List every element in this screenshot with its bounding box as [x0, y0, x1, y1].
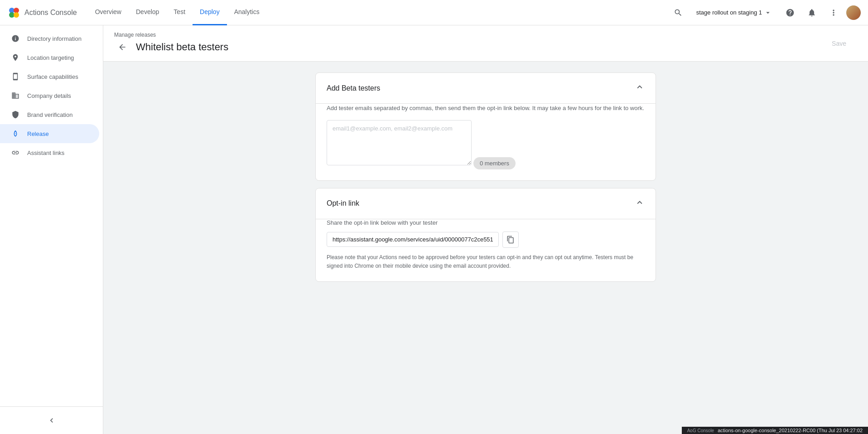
nav-test[interactable]: Test: [166, 0, 193, 25]
rocket-icon: [11, 130, 20, 138]
optin-url-input[interactable]: [327, 232, 499, 247]
sidebar-item-location-targeting[interactable]: Location targeting: [0, 48, 99, 67]
status-bar-text: actions-on-google-console_20210222-RC00 …: [718, 428, 863, 433]
search-button[interactable]: [669, 4, 687, 22]
arrow-back-icon: [118, 43, 127, 52]
copy-button[interactable]: [502, 231, 519, 248]
optin-chevron: [635, 198, 645, 210]
optin-description: Share the opt-in link below with your te…: [327, 219, 645, 226]
sidebar-label-surface-capabilities: Surface capabilities: [27, 73, 78, 80]
beta-testers-card-header[interactable]: Add Beta testers: [316, 73, 656, 103]
nav-develop[interactable]: Develop: [129, 0, 166, 25]
status-bar-logo: AoG Console: [687, 428, 714, 433]
sidebar-item-directory-information[interactable]: Directory information: [0, 29, 99, 48]
page-title: Whitelist beta testers: [136, 41, 228, 53]
info-icon: [11, 34, 20, 43]
help-icon: [786, 8, 795, 17]
sidebar-item-surface-capabilities[interactable]: Surface capabilities: [0, 67, 99, 86]
location-icon: [11, 53, 20, 62]
members-badge: 0 members: [473, 157, 516, 169]
beta-testers-body: Add tester emails separated by commas, t…: [316, 104, 656, 180]
main-content: Manage releases Whitelist beta testers S…: [103, 25, 868, 434]
sidebar-item-company-details[interactable]: Company details: [0, 86, 99, 105]
sidebar-label-location-targeting: Location targeting: [27, 54, 74, 61]
optin-body: Share the opt-in link below with your te…: [316, 219, 656, 281]
status-bar: AoG Console actions-on-google-console_20…: [682, 427, 868, 434]
beta-testers-chevron: [635, 82, 645, 94]
beta-testers-title: Add Beta testers: [327, 84, 380, 92]
top-nav: Actions Console Overview Develop Test De…: [0, 0, 868, 25]
copy-icon: [506, 236, 515, 244]
nav-links: Overview Develop Test Deploy Analytics: [88, 0, 669, 25]
beta-testers-card: Add Beta testers Add tester emails separ…: [315, 72, 656, 181]
app-logo[interactable]: Actions Console: [7, 6, 77, 19]
more-vert-icon: [829, 8, 838, 17]
sidebar-label-directory-information: Directory information: [27, 35, 82, 42]
surface-icon: [11, 72, 20, 81]
breadcrumb: Manage releases: [114, 32, 228, 38]
chevron-left-icon: [47, 416, 56, 425]
svg-point-3: [14, 12, 19, 18]
stage-selector-label: stage rollout on staging 1: [696, 9, 762, 16]
stage-selector[interactable]: stage rollout on staging 1: [691, 6, 777, 19]
url-row: [327, 231, 645, 248]
back-button[interactable]: [114, 39, 130, 55]
more-options-button[interactable]: [825, 4, 843, 22]
page-title-row: Whitelist beta testers: [114, 39, 228, 55]
email-input[interactable]: [327, 120, 472, 165]
beta-testers-description: Add tester emails separated by commas, t…: [327, 104, 645, 113]
nav-right: stage rollout on staging 1: [669, 4, 861, 22]
save-button[interactable]: Save: [821, 36, 857, 51]
content-area: Add Beta testers Add tester emails separ…: [304, 62, 667, 300]
nav-deploy[interactable]: Deploy: [193, 0, 227, 25]
page-header: Manage releases Whitelist beta testers S…: [103, 25, 868, 62]
optin-link-card: Opt-in link Share the opt-in link below …: [315, 188, 656, 282]
optin-note: Please note that your Actions need to be…: [327, 253, 644, 270]
sidebar-item-assistant-links[interactable]: Assistant links: [0, 143, 99, 162]
search-icon: [674, 8, 683, 17]
notifications-icon: [807, 8, 816, 17]
breadcrumb-area: Manage releases Whitelist beta testers: [114, 32, 228, 55]
sidebar-label-company-details: Company details: [27, 92, 71, 99]
link-icon: [11, 149, 20, 157]
sidebar-item-brand-verification[interactable]: Brand verification: [0, 105, 99, 124]
optin-card-header[interactable]: Opt-in link: [316, 188, 656, 219]
optin-title: Opt-in link: [327, 199, 359, 207]
nav-analytics[interactable]: Analytics: [227, 0, 267, 25]
notifications-button[interactable]: [803, 4, 821, 22]
company-icon: [11, 92, 20, 100]
avatar[interactable]: [846, 5, 861, 20]
sidebar-label-assistant-links: Assistant links: [27, 149, 64, 156]
app-title: Actions Console: [24, 9, 77, 17]
sidebar-item-release[interactable]: Release: [0, 124, 99, 143]
help-button[interactable]: [781, 4, 799, 22]
sidebar: Directory information Location targeting…: [0, 25, 103, 434]
sidebar-label-brand-verification: Brand verification: [27, 111, 72, 118]
sidebar-bottom: [0, 406, 103, 434]
nav-overview[interactable]: Overview: [88, 0, 129, 25]
sidebar-label-release: Release: [27, 130, 49, 137]
chevron-down-icon: [764, 9, 772, 17]
shield-icon: [11, 111, 20, 119]
layout: Directory information Location targeting…: [0, 25, 868, 434]
google-icon: [7, 6, 21, 19]
collapse-nav-button[interactable]: [7, 412, 96, 429]
